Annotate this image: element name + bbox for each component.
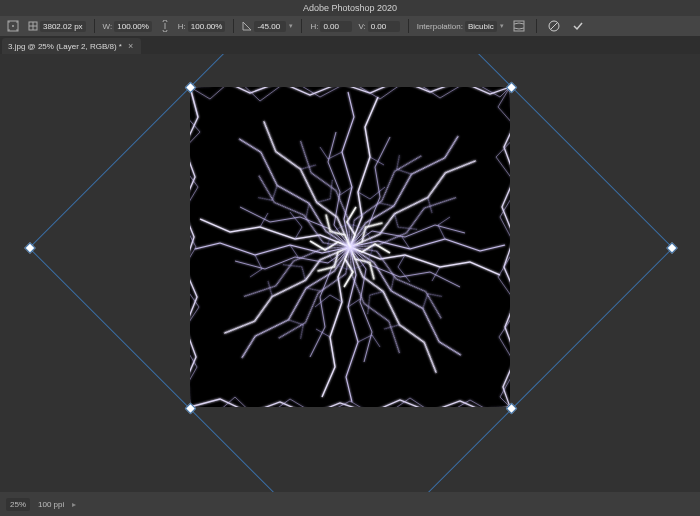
position-value[interactable]: 3802.02 px bbox=[40, 21, 86, 32]
height-value[interactable]: 100.00% bbox=[188, 21, 226, 32]
status-info: 100 ppi bbox=[38, 500, 64, 509]
svg-point-2 bbox=[8, 21, 10, 23]
svg-point-3 bbox=[16, 21, 18, 23]
skew-h-field[interactable]: H: 0.00 bbox=[310, 21, 352, 32]
interpolation-field[interactable]: Interpolation: Bicubic ▾ bbox=[417, 21, 504, 32]
status-expand-icon[interactable]: ▸ bbox=[72, 500, 76, 509]
zoom-level[interactable]: 25% bbox=[6, 498, 30, 511]
options-bar: 3802.02 px W: 100.00% H: 100.00% -45.00 … bbox=[0, 16, 700, 36]
interpolation-value[interactable]: Bicubic bbox=[465, 21, 497, 32]
width-field[interactable]: W: 100.00% bbox=[103, 21, 152, 32]
document-tab-strip: 3.jpg @ 25% (Layer 2, RGB/8) * × bbox=[0, 36, 700, 54]
interpolation-label: Interpolation: bbox=[417, 22, 463, 31]
document-tab-label: 3.jpg @ 25% (Layer 2, RGB/8) * bbox=[8, 42, 122, 51]
separator bbox=[536, 19, 537, 33]
reference-point-icon[interactable] bbox=[4, 18, 22, 34]
angle-value[interactable]: -45.00 bbox=[254, 21, 286, 32]
width-label: W: bbox=[103, 22, 113, 31]
separator bbox=[233, 19, 234, 33]
interpolation-dropdown-icon[interactable]: ▾ bbox=[500, 22, 504, 30]
angle-icon bbox=[242, 21, 252, 31]
svg-point-5 bbox=[16, 29, 18, 31]
commit-transform-button[interactable] bbox=[569, 18, 587, 34]
app-title: Adobe Photoshop 2020 bbox=[303, 3, 397, 13]
width-value[interactable]: 100.00% bbox=[114, 21, 152, 32]
position-field[interactable]: 3802.02 px bbox=[28, 21, 86, 32]
angle-field[interactable]: -45.00 ▾ bbox=[242, 21, 293, 32]
separator bbox=[408, 19, 409, 33]
link-wh-icon[interactable] bbox=[158, 18, 172, 34]
document-tab[interactable]: 3.jpg @ 25% (Layer 2, RGB/8) * × bbox=[2, 38, 141, 54]
position-icon bbox=[28, 21, 38, 31]
cancel-icon bbox=[548, 20, 560, 32]
checkmark-icon bbox=[572, 20, 584, 32]
transform-handle[interactable] bbox=[666, 242, 677, 253]
skew-h-label: H: bbox=[310, 22, 318, 31]
skew-h-value[interactable]: 0.00 bbox=[320, 21, 352, 32]
separator bbox=[301, 19, 302, 33]
angle-dropdown-icon[interactable]: ▾ bbox=[289, 22, 293, 30]
skew-v-field[interactable]: V: 0.00 bbox=[358, 21, 399, 32]
status-bar: 25% 100 ppi ▸ bbox=[0, 492, 700, 516]
warp-mode-icon[interactable] bbox=[510, 18, 528, 34]
canvas-area[interactable] bbox=[0, 54, 700, 492]
separator bbox=[94, 19, 95, 33]
height-field[interactable]: H: 100.00% bbox=[178, 21, 226, 32]
cancel-transform-button[interactable] bbox=[545, 18, 563, 34]
skew-v-value[interactable]: 0.00 bbox=[368, 21, 400, 32]
svg-point-4 bbox=[8, 29, 10, 31]
transform-handle[interactable] bbox=[24, 242, 35, 253]
skew-v-label: V: bbox=[358, 22, 365, 31]
svg-line-11 bbox=[550, 23, 557, 30]
svg-point-1 bbox=[12, 25, 14, 27]
height-label: H: bbox=[178, 22, 186, 31]
close-tab-button[interactable]: × bbox=[128, 41, 133, 51]
title-bar: Adobe Photoshop 2020 bbox=[0, 0, 700, 16]
document-image[interactable] bbox=[190, 87, 510, 407]
